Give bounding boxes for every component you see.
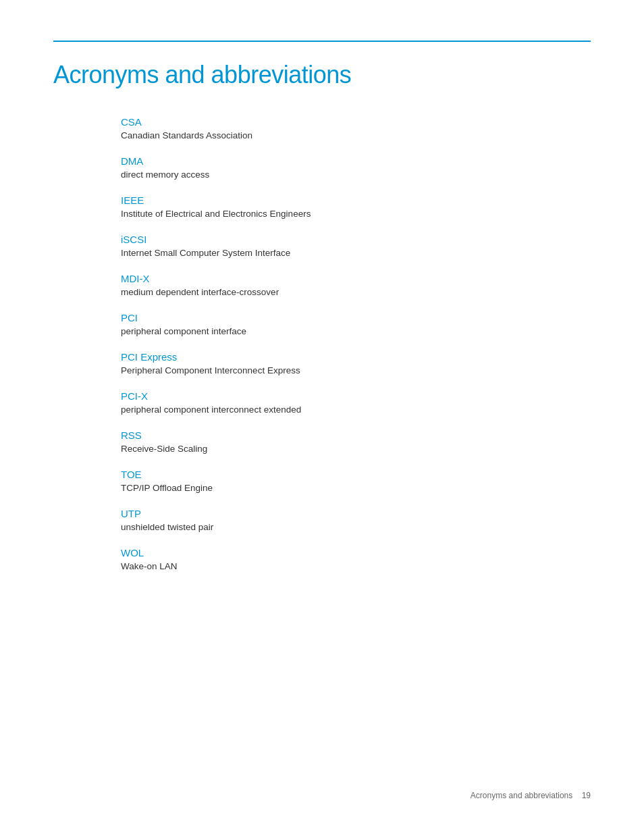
acronym-entry: RSSReceive-Side Scaling — [121, 429, 591, 454]
acronym-term: iSCSI — [121, 234, 591, 245]
acronym-entry: iSCSIInternet Small Computer System Inte… — [121, 234, 591, 258]
acronym-term: UTP — [121, 508, 591, 519]
acronym-definition: peripheral component interface — [121, 326, 591, 336]
acronym-entry: PCI-Xperipheral component interconnect e… — [121, 390, 591, 415]
acronym-definition: Institute of Electrical and Electronics … — [121, 209, 591, 219]
footer-label: Acronyms and abbreviations — [471, 791, 572, 800]
acronym-definition: TCP/IP Offload Engine — [121, 483, 591, 493]
acronym-entry: DMAdirect memory access — [121, 155, 591, 180]
acronym-term: TOE — [121, 469, 591, 480]
acronym-definition: Canadian Standards Association — [121, 130, 591, 140]
acronym-definition: peripheral component interconnect extend… — [121, 405, 591, 415]
acronym-entry: IEEEInstitute of Electrical and Electron… — [121, 194, 591, 219]
acronym-entry: MDI-Xmedium dependent interface-crossove… — [121, 273, 591, 297]
acronym-term: IEEE — [121, 194, 591, 206]
acronym-definition: Internet Small Computer System Interface — [121, 248, 591, 258]
acronym-definition: Peripheral Component Interconnect Expres… — [121, 365, 591, 375]
acronym-list: CSACanadian Standards AssociationDMAdire… — [121, 116, 591, 571]
acronym-term: PCI Express — [121, 351, 591, 363]
acronym-term: CSA — [121, 116, 591, 128]
acronym-entry: PCIperipheral component interface — [121, 312, 591, 336]
acronym-definition: Receive-Side Scaling — [121, 444, 591, 454]
footer-page-number: 19 — [575, 791, 591, 800]
acronym-definition: unshielded twisted pair — [121, 522, 591, 532]
top-border — [53, 41, 591, 42]
page-footer: Acronyms and abbreviations 19 — [471, 791, 591, 800]
acronym-entry: CSACanadian Standards Association — [121, 116, 591, 140]
acronym-entry: WOLWake-on LAN — [121, 547, 591, 571]
acronym-term: WOL — [121, 547, 591, 558]
acronym-term: MDI-X — [121, 273, 591, 284]
acronym-definition: medium dependent interface-crossover — [121, 287, 591, 297]
acronym-entry: UTPunshielded twisted pair — [121, 508, 591, 532]
acronym-term: RSS — [121, 429, 591, 441]
acronym-term: PCI — [121, 312, 591, 323]
acronym-entry: PCI ExpressPeripheral Component Intercon… — [121, 351, 591, 375]
page-container: Acronyms and abbreviations CSACanadian S… — [0, 0, 644, 640]
acronym-definition: Wake-on LAN — [121, 561, 591, 571]
acronym-definition: direct memory access — [121, 170, 591, 180]
acronym-entry: TOETCP/IP Offload Engine — [121, 469, 591, 493]
page-title: Acronyms and abbreviations — [53, 61, 591, 89]
acronym-term: PCI-X — [121, 390, 591, 402]
acronym-term: DMA — [121, 155, 591, 167]
